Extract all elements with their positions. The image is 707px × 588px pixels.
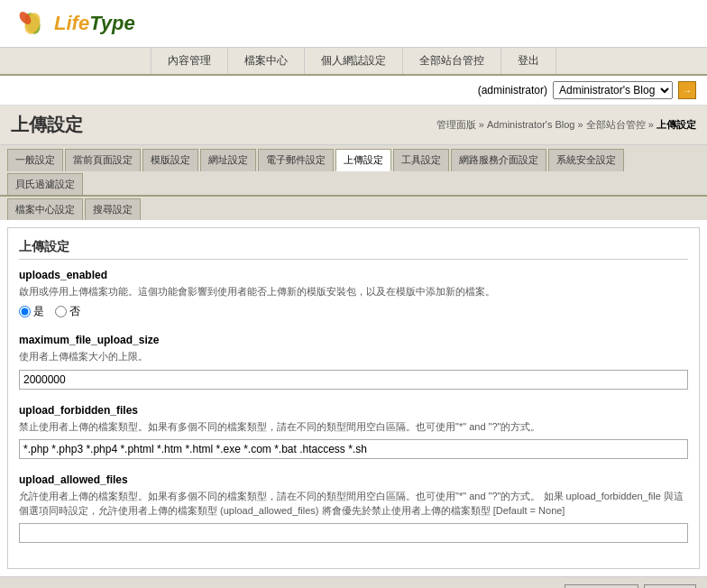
tab-url[interactable]: 網址設定: [200, 149, 256, 171]
logo: LifeType: [14, 7, 135, 40]
tab-bar-row1: 一般設定 當前頁面設定 模版設定 網址設定 電子郵件設定 上傳設定 工具設定 網…: [0, 145, 707, 197]
field-name-uploads-enabled: uploads_enabled: [19, 269, 688, 281]
breadcrumb-current: 上傳設定: [656, 119, 696, 130]
field-name-forbidden: upload_forbidden_files: [19, 404, 688, 417]
radio-yes-label[interactable]: 是: [19, 304, 44, 319]
breadcrumb-blog[interactable]: Administrator's Blog: [487, 119, 574, 130]
field-desc-max-size: 使用者上傳檔案大小的上限。: [19, 350, 688, 363]
nav-logout[interactable]: 登出: [501, 48, 556, 74]
max-upload-size-input[interactable]: [19, 370, 688, 390]
tab-template[interactable]: 模版設定: [142, 149, 198, 171]
blog-select[interactable]: Administrator's Blog: [553, 81, 673, 99]
go-button[interactable]: →: [678, 81, 696, 99]
reset-button[interactable]: 重新設置: [565, 584, 638, 588]
tab-upload[interactable]: 上傳設定: [335, 149, 391, 171]
field-desc-uploads-enabled: 啟用或停用上傳檔案功能。這個功能會影響到使用者能否上傳新的模版安裝包，以及在模版…: [19, 285, 688, 299]
tab-email[interactable]: 電子郵件設定: [258, 149, 334, 171]
forbidden-files-input[interactable]: [19, 439, 688, 459]
radio-group-uploads: 是 否: [19, 304, 688, 319]
nav-content[interactable]: 內容管理: [151, 48, 228, 74]
tab-general[interactable]: 一般設定: [7, 149, 63, 171]
nav-personal[interactable]: 個人網誌設定: [305, 48, 403, 74]
main-nav: 內容管理 檔案中心 個人網誌設定 全部站台管控 登出: [0, 48, 707, 76]
tab-search[interactable]: 搜尋設定: [85, 198, 141, 220]
allowed-files-input[interactable]: [19, 523, 688, 543]
field-name-max-size: maximum_file_upload_size: [19, 334, 688, 346]
tab-security[interactable]: 系統安全設定: [548, 149, 624, 171]
radio-yes-text: 是: [33, 304, 44, 319]
field-uploads-enabled: uploads_enabled 啟用或停用上傳檔案功能。這個功能會影響到使用者能…: [19, 269, 688, 319]
field-forbidden-files: upload_forbidden_files 禁止使用者上傳的檔案類型。如果有多…: [19, 404, 688, 459]
tab-bayes[interactable]: 貝氏過濾設定: [7, 173, 83, 195]
content-area: 上傳設定 uploads_enabled 啟用或停用上傳檔案功能。這個功能會影響…: [7, 227, 700, 569]
tab-tools[interactable]: 工具設定: [393, 149, 449, 171]
breadcrumb-root[interactable]: 管理面版: [436, 119, 476, 130]
page-title: 上傳設定: [11, 113, 83, 137]
tab-current-page[interactable]: 當前頁面設定: [65, 149, 141, 171]
field-max-upload-size: maximum_file_upload_size 使用者上傳檔案大小的上限。: [19, 334, 688, 389]
admin-label: (administrator): [478, 84, 547, 96]
breadcrumb: 管理面版 » Administrator's Blog » 全部站台管控 » 上…: [436, 118, 696, 132]
radio-no-label[interactable]: 否: [55, 304, 80, 319]
tab-bar-row2: 檔案中心設定 搜尋設定: [0, 197, 707, 220]
field-name-allowed: upload_allowed_files: [19, 473, 688, 486]
footer-bar: 重新設置 更新: [0, 576, 707, 588]
field-allowed-files: upload_allowed_files 允許使用者上傳的檔案類型。如果有多個不…: [19, 473, 688, 543]
update-button[interactable]: 更新: [644, 584, 696, 588]
logo-text: LifeType: [54, 12, 135, 35]
radio-no[interactable]: [55, 306, 67, 317]
breadcrumb-section[interactable]: 全部站台管控: [586, 119, 646, 130]
field-desc-forbidden: 禁止使用者上傳的檔案類型。如果有多個不同的檔案類型，請在不同的類型間用空白區隔。…: [19, 420, 688, 434]
tab-webservice[interactable]: 網路服務介面設定: [451, 149, 546, 171]
nav-files[interactable]: 檔案中心: [228, 48, 305, 74]
tab-filecenter[interactable]: 檔案中心設定: [7, 198, 83, 220]
page-header: 上傳設定 管理面版 » Administrator's Blog » 全部站台管…: [0, 106, 707, 145]
field-desc-allowed: 允許使用者上傳的檔案類型。如果有多個不同的檔案類型，請在不同的類型間用空白區隔。…: [19, 490, 688, 518]
topbar: (administrator) Administrator's Blog →: [0, 76, 707, 106]
radio-no-text: 否: [69, 304, 80, 319]
section-title: 上傳設定: [19, 239, 688, 260]
nav-admin[interactable]: 全部站台管控: [403, 48, 501, 74]
radio-yes[interactable]: [19, 306, 31, 317]
